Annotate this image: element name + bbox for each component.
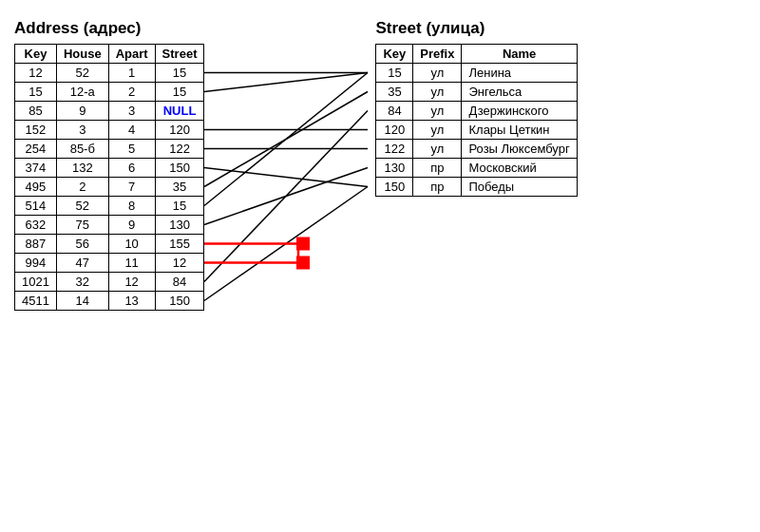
street-cell-name: Энгельса (462, 83, 577, 102)
svg-line-5 (204, 168, 368, 187)
street-row: 84улДзержинского (376, 102, 577, 121)
address-cell-street: 15 (155, 83, 204, 102)
street-cell-key: 84 (376, 102, 413, 121)
address-cell-house: 14 (56, 292, 108, 311)
address-section: Address (адрес) Key House Apart Street 1… (14, 19, 204, 311)
address-cell-apart: 7 (108, 178, 155, 197)
street-col-prefix: Prefix (413, 45, 462, 64)
street-cell-key: 150 (376, 178, 413, 197)
street-cell-name: Московский (462, 159, 577, 178)
street-row: 15улЛенина (376, 64, 577, 83)
address-cell-house: 2 (56, 178, 108, 197)
address-cell-house: 132 (56, 159, 108, 178)
address-cell-apart: 9 (108, 216, 155, 235)
address-cell-apart: 1 (108, 64, 155, 83)
street-cell-name: Победы (462, 178, 577, 197)
address-cell-key: 4511 (15, 292, 57, 311)
address-row: 51452815 (15, 197, 204, 216)
street-cell-name: Розы Люксембург (462, 140, 577, 159)
street-cell-key: 120 (376, 121, 413, 140)
address-cell-key: 374 (15, 159, 57, 178)
svg-line-7 (204, 73, 368, 206)
relationship-arrows (204, 19, 375, 311)
address-cell-key: 994 (15, 254, 57, 273)
svg-line-2 (204, 73, 368, 92)
main-container: Address (адрес) Key House Apart Street 1… (0, 0, 760, 320)
street-row: 130прМосковский (376, 159, 577, 178)
address-cell-street: 35 (155, 178, 204, 197)
address-col-street: Street (155, 45, 204, 64)
street-cell-prefix: пр (413, 159, 462, 178)
svg-line-9 (204, 111, 368, 282)
address-cell-apart: 4 (108, 121, 155, 140)
address-cell-house: 56 (56, 235, 108, 254)
address-cell-apart: 6 (108, 159, 155, 178)
address-table: Key House Apart Street 12521151512-а2158… (14, 44, 204, 311)
svg-line-10 (204, 187, 368, 301)
address-row: 3741326150 (15, 159, 204, 178)
street-cell-name: Дзержинского (462, 102, 577, 121)
address-cell-apart: 3 (108, 102, 155, 121)
address-cell-key: 254 (15, 140, 57, 159)
address-cell-apart: 5 (108, 140, 155, 159)
address-cell-key: 1021 (15, 273, 57, 292)
address-cell-apart: 10 (108, 235, 155, 254)
address-row: 8593NULL (15, 102, 204, 121)
street-cell-prefix: ул (413, 121, 462, 140)
address-cell-house: 12-а (56, 83, 108, 102)
svg-line-8 (204, 168, 368, 225)
street-row: 150прПобеды (376, 178, 577, 197)
address-col-key: Key (15, 45, 57, 64)
address-cell-apart: 12 (108, 273, 155, 292)
street-cell-prefix: пр (413, 178, 462, 197)
street-row: 35улЭнгельса (376, 83, 577, 102)
street-cell-prefix: ул (413, 83, 462, 102)
address-cell-street: NULL (155, 102, 204, 121)
address-cell-house: 75 (56, 216, 108, 235)
address-row: 1512-а215 (15, 83, 204, 102)
street-title: Street (улица) (375, 19, 577, 38)
address-cell-house: 32 (56, 273, 108, 292)
address-cell-key: 632 (15, 216, 57, 235)
street-table: Key Prefix Name 15улЛенина35улЭнгельса84… (375, 44, 577, 197)
address-cell-key: 152 (15, 121, 57, 140)
street-cell-key: 122 (376, 140, 413, 159)
address-title: Address (адрес) (14, 19, 204, 38)
street-col-name: Name (462, 45, 577, 64)
address-cell-apart: 11 (108, 254, 155, 273)
address-cell-house: 9 (56, 102, 108, 121)
address-cell-key: 12 (15, 64, 57, 83)
street-cell-prefix: ул (413, 64, 462, 83)
street-col-key: Key (376, 45, 413, 64)
svg-rect-15 (296, 256, 310, 270)
address-cell-street: 155 (155, 235, 204, 254)
address-cell-house: 47 (56, 254, 108, 273)
address-cell-street: 12 (155, 254, 204, 273)
address-col-apart: Apart (108, 45, 155, 64)
address-cell-street: 120 (155, 121, 204, 140)
address-row: 1021321284 (15, 273, 204, 292)
address-row: 8875610155 (15, 235, 204, 254)
address-cell-apart: 13 (108, 292, 155, 311)
address-cell-key: 514 (15, 197, 57, 216)
address-cell-key: 887 (15, 235, 57, 254)
address-row: 15234120 (15, 121, 204, 140)
address-row: 4952735 (15, 178, 204, 197)
address-cell-apart: 2 (108, 83, 155, 102)
address-cell-street: 122 (155, 140, 204, 159)
address-row: 994471112 (15, 254, 204, 273)
svg-rect-14 (296, 238, 310, 251)
street-cell-key: 15 (376, 64, 413, 83)
street-cell-key: 35 (376, 83, 413, 102)
address-cell-street: 150 (155, 292, 204, 311)
street-cell-key: 130 (376, 159, 413, 178)
address-cell-apart: 8 (108, 197, 155, 216)
address-row: 45111413150 (15, 292, 204, 311)
address-cell-key: 15 (15, 83, 57, 102)
svg-line-6 (204, 92, 368, 187)
address-cell-key: 85 (15, 102, 57, 121)
address-cell-street: 15 (155, 197, 204, 216)
street-cell-name: Ленина (462, 64, 577, 83)
street-row: 122улРозы Люксембург (376, 140, 577, 159)
address-cell-street: 84 (155, 273, 204, 292)
